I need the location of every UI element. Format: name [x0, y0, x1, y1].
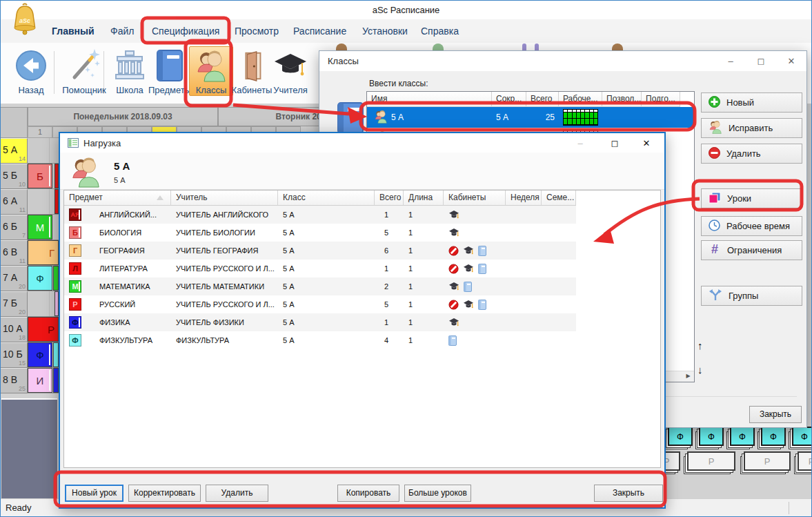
column-header[interactable]: Кабинеты — [444, 191, 506, 206]
no-room-icon — [448, 246, 459, 256]
close-button[interactable]: Закрыть — [594, 485, 663, 502]
close-icon[interactable]: ✕ — [776, 51, 806, 71]
lesson-cell[interactable] — [53, 342, 59, 367]
lesson-cell[interactable]: Ф — [28, 266, 52, 291]
lesson-cell[interactable]: И — [28, 368, 52, 393]
column-header[interactable]: Неделя — [506, 191, 542, 206]
column-header[interactable]: Семе... — [542, 191, 576, 206]
lesson-row[interactable]: ММАТЕМАТИКАУЧИТЕЛЬ МАТЕМАТИКИ5 А21 — [64, 277, 576, 295]
class-cell: 5 А — [278, 282, 375, 291]
column-header[interactable]: Класс — [278, 191, 375, 206]
column-header[interactable]: Позвол... — [602, 92, 642, 107]
menu-item-view[interactable]: Просмотр — [235, 26, 279, 37]
class-row-header[interactable]: 10 Б15 — [0, 342, 28, 368]
class-row-header[interactable]: 5 А14 — [0, 138, 28, 164]
class-row[interactable]: 5 А5 А25 — [367, 107, 694, 128]
column-header[interactable]: Имя — [367, 92, 492, 107]
lesson-cell[interactable]: Г — [28, 240, 59, 265]
unplaced-lesson-card[interactable]: Ф — [699, 427, 724, 446]
unplaced-lesson-card[interactable]: Ф — [761, 427, 786, 446]
lesson-cell[interactable]: Р — [28, 317, 59, 342]
delete-button[interactable]: Удалить — [206, 485, 268, 502]
lesson-row[interactable]: ГГЕОГРАФИЯУЧИТЕЛЬ ГЕОГРАФИЯ5 А61 — [64, 242, 576, 260]
app-bell-icon[interactable]: aSc — [10, 2, 40, 42]
unplaced-lesson-card[interactable]: P — [687, 451, 735, 471]
class-row-header[interactable]: 7 А20 — [0, 266, 28, 291]
move-up-arrow[interactable]: ↑ — [697, 340, 703, 351]
toolbar-button-teachers[interactable]: Учителя — [269, 46, 312, 96]
class-row-header[interactable]: 8 В25 — [0, 368, 28, 393]
toolbar-button-wizard[interactable]: Помощник — [59, 46, 109, 96]
lessons-table[interactable]: ПредметУчительКлассВсегоДлинаКабинетыНед… — [63, 190, 661, 468]
more-lessons-button[interactable]: Больше уроков — [404, 485, 471, 502]
maximize-icon[interactable]: ◻ — [746, 51, 776, 71]
toolbar-button-subjects[interactable]: Предметы — [146, 46, 193, 96]
lesson-cell[interactable]: Ф — [28, 342, 52, 367]
class-row-header[interactable]: 6 А11 — [0, 189, 28, 215]
toolbar-button-back[interactable]: Назад — [8, 46, 54, 96]
lessons-button[interactable]: Уроки — [701, 188, 802, 208]
timetable-corner-cell — [0, 107, 28, 138]
lesson-row[interactable]: ЛЛИТЕРАТУРАУЧИТЕЛЬ РУССКОГО И Л...5 А11 — [64, 260, 576, 277]
column-header[interactable]: Рабоче... — [559, 92, 602, 107]
adjust-button[interactable]: Корректировать — [128, 485, 201, 502]
edit-button[interactable]: Исправить — [701, 118, 802, 138]
minimize-icon[interactable]: – — [565, 133, 595, 153]
lesson-row[interactable]: РРУССКИЙУЧИТЕЛЬ РУССКОГО И Л...5 А51 — [64, 295, 576, 313]
lesson-row[interactable]: ФФИЗИКАУЧИТЕЛЬ ФИЗИКИ5 А11 — [64, 313, 576, 331]
constraints-button[interactable]: #Ограничения — [701, 240, 802, 260]
class-row-header[interactable]: 10 А18 — [0, 317, 28, 342]
delete-button[interactable]: Удалить — [701, 144, 802, 164]
lesson-cell[interactable]: Б — [28, 164, 52, 188]
lesson-row[interactable]: АЯАНГЛИЙСКИЙ...УЧИТЕЛЬ АНГЛИЙСКОГО5 А11 — [64, 206, 576, 224]
menu-item-main[interactable]: Главный — [52, 26, 95, 37]
maximize-icon[interactable]: ◻ — [600, 133, 630, 153]
column-header[interactable]: Сокр... — [492, 92, 526, 107]
class-row-header[interactable]: 7 Б20 — [0, 291, 28, 317]
unplaced-lesson-card[interactable]: P — [744, 451, 791, 471]
column-header[interactable]: Длина — [404, 191, 444, 206]
groups-button[interactable]: Группы — [701, 286, 802, 306]
scroll-right-icon[interactable]: ▶ — [683, 372, 693, 380]
menu-item-settings[interactable]: Установки — [362, 26, 408, 37]
toolbar-label: Учителя — [271, 85, 310, 95]
lesson-row[interactable]: ФФИЗКУЛЬТУРАФИЗКУЛЬТУРА5 А41 — [64, 331, 576, 349]
unplaced-lesson-card[interactable]: P — [798, 451, 812, 471]
unplaced-lesson-card[interactable]: Ф — [730, 427, 755, 446]
class-row-header[interactable]: 6 Б7 — [0, 215, 28, 240]
column-header[interactable]: Всего — [526, 92, 559, 107]
new-lesson-button[interactable]: Новый урок — [65, 485, 123, 502]
load-dialog-titlebar[interactable]: Нагрузка – ◻ ✕ — [60, 133, 664, 153]
class-row-header[interactable]: 5 Б10 — [0, 164, 28, 189]
menu-item-specification[interactable]: Спецификация — [152, 26, 219, 37]
classes-close-button[interactable]: Закрыть — [749, 406, 802, 423]
lesson-row[interactable]: ББИОЛОГИЯУЧИТЕЛЬ БИОЛОГИИ5 А51 — [64, 224, 576, 242]
column-header[interactable]: Всего — [375, 191, 404, 206]
menu-item-file[interactable]: Файл — [110, 26, 134, 37]
close-icon[interactable]: ✕ — [631, 133, 662, 153]
room-icons — [448, 300, 486, 310]
subject-name: РУССКИЙ — [99, 300, 135, 309]
menu-item-help[interactable]: Справка — [421, 26, 459, 37]
toolbar-button-school[interactable]: Школа — [108, 46, 152, 96]
column-header[interactable]: Учитель — [171, 191, 278, 206]
toolbar-button-rooms[interactable]: Кабинеты — [229, 46, 275, 96]
new-button[interactable]: Новый — [701, 92, 802, 113]
lesson-cell[interactable] — [53, 368, 59, 393]
column-header[interactable]: Подго... — [642, 92, 680, 107]
column-header[interactable]: Предмет — [64, 191, 171, 206]
lesson-cell[interactable]: М — [28, 215, 52, 240]
classes-dialog-titlebar[interactable]: Классы – ◻ ✕ — [319, 51, 806, 71]
worktime-button[interactable]: Рабочее время — [701, 216, 802, 236]
minimize-icon[interactable]: – — [715, 51, 746, 71]
toolbar-button-classes[interactable]: Классы — [189, 46, 233, 96]
copy-button[interactable]: Копировать — [337, 485, 399, 502]
unplaced-lesson-card[interactable]: Ф — [668, 427, 693, 446]
unplaced-lesson-card[interactable]: Ф — [792, 427, 812, 446]
move-down-arrow[interactable]: ↓ — [697, 364, 703, 375]
period-cell[interactable]: 1 — [28, 126, 52, 138]
class-row-header[interactable]: 6 В11 — [0, 240, 28, 266]
menu-item-timetable[interactable]: Расписание — [293, 26, 346, 37]
lesson-cell[interactable] — [53, 266, 59, 291]
split-icon — [709, 289, 722, 303]
